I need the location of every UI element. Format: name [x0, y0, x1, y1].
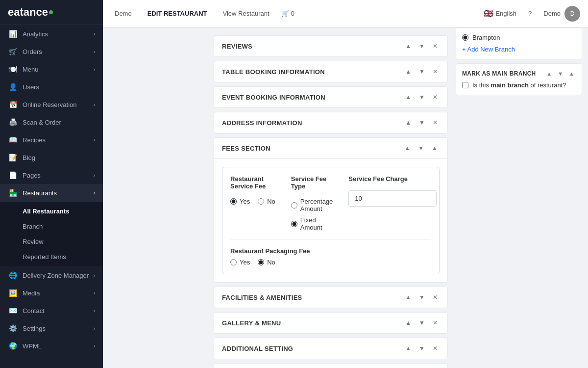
accordion-event-label: EVENT BOOKING INFORMATION: [222, 94, 325, 101]
main-branch-checkbox[interactable]: [462, 82, 468, 88]
acc-close-btn[interactable]: ✕: [431, 67, 440, 76]
nav-view-restaurant[interactable]: View Restaurant: [219, 8, 273, 19]
accordion-fees-header[interactable]: FEES SECTION ▲ ▼ ▲: [214, 138, 447, 158]
sidebar-item-menu[interactable]: 🍽️ Menu ›: [0, 60, 103, 78]
service-fee-yes-label[interactable]: Yes: [230, 198, 250, 205]
acc-close-btn[interactable]: ✕: [431, 293, 440, 302]
main-branch-checkbox-label[interactable]: Is this main branch of resturant?: [462, 81, 576, 89]
acc-up-btn[interactable]: ▲: [403, 42, 413, 51]
nav-demo[interactable]: Demo: [111, 8, 136, 19]
accordion-event-booking-header[interactable]: EVENT BOOKING INFORMATION ▲ ▼ ✕: [214, 87, 447, 107]
chevron-icon: ›: [94, 31, 95, 37]
packaging-no-radio[interactable]: [258, 259, 264, 265]
acc-down-btn[interactable]: ▼: [417, 67, 427, 76]
accordion-reviews-header[interactable]: REVIEWS ▲ ▼ ✕: [214, 36, 447, 56]
acc-close-btn[interactable]: ✕: [431, 344, 440, 353]
sidebar-item-media[interactable]: 🖼️ Media ›: [0, 284, 103, 302]
nav-help[interactable]: ?: [524, 8, 536, 19]
submenu-review[interactable]: Review: [0, 234, 103, 249]
main-branch-up-btn[interactable]: ▲: [545, 70, 553, 78]
accordion-facilities-header[interactable]: FACILITIES & AMENITIES ▲ ▼ ✕: [214, 287, 447, 308]
acc-close-btn[interactable]: ✕: [431, 318, 440, 327]
accordion-controls: ▲ ▼ ✕: [403, 293, 440, 302]
accordion-address-header[interactable]: ADDRESS INFORMATION ▲ ▼ ✕: [214, 112, 447, 133]
percentage-label[interactable]: Percentage Amount: [291, 198, 333, 212]
sidebar-item-wpml[interactable]: 🌍 WPML ›: [0, 337, 103, 355]
sidebar-item-scan-order[interactable]: 🖨️ Scan & Order: [0, 113, 103, 131]
sidebar-item-users[interactable]: 👤 Users: [0, 78, 103, 96]
sidebar-item-restaurants[interactable]: 🏪 Restaurants ‹: [0, 184, 103, 202]
sidebar-item-analytics[interactable]: 📊 Analytics ›: [0, 25, 103, 43]
packaging-yes-text: Yes: [240, 259, 250, 266]
acc-collapse-btn[interactable]: ▲: [430, 144, 440, 153]
chevron-icon: ›: [94, 137, 95, 143]
acc-down-btn[interactable]: ▼: [417, 344, 427, 353]
restaurants-icon: 🏪: [8, 189, 18, 197]
accordion-additional-header[interactable]: ADDITIONAL SETTING ▲ ▼ ✕: [214, 338, 447, 359]
accordion-gallery-header[interactable]: GALLERY & MENU ▲ ▼ ✕: [214, 313, 447, 333]
chevron-icon: ›: [94, 343, 95, 349]
packaging-no-label[interactable]: No: [258, 259, 275, 266]
accordion-time-header[interactable]: TIME SETTING ▲ ▼ ✕: [214, 364, 447, 368]
sidebar-item-contact[interactable]: ✉️ Contact ›: [0, 302, 103, 319]
main-branch-close-btn[interactable]: ▲: [567, 70, 576, 78]
acc-close-btn[interactable]: ✕: [431, 118, 440, 127]
add-branch-link[interactable]: + Add New Branch: [462, 46, 515, 53]
acc-down-btn[interactable]: ▼: [417, 318, 427, 327]
sidebar-item-recipes[interactable]: 📖 Recipes ›: [0, 131, 103, 149]
accordion-table-booking-header[interactable]: TABLE BOOKING INFORMATION ▲ ▼ ✕: [214, 61, 447, 82]
service-charge-input[interactable]: [348, 190, 437, 207]
nav-language[interactable]: 🇬🇧 English: [484, 9, 516, 18]
acc-up-btn[interactable]: ▲: [402, 144, 412, 153]
packaging-yes-label[interactable]: Yes: [230, 259, 250, 266]
chevron-icon: ›: [94, 273, 95, 278]
fixed-label[interactable]: Fixed Amount: [291, 216, 333, 231]
main-branch-down-btn[interactable]: ▼: [556, 70, 564, 78]
packaging-yes-radio[interactable]: [230, 259, 237, 265]
sidebar-item-blog[interactable]: 📝 Blog: [0, 149, 103, 166]
sidebar-item-settings[interactable]: ⚙️ Settings ›: [0, 319, 103, 337]
branch-radio[interactable]: [462, 34, 468, 41]
service-fee-yes-radio[interactable]: [230, 198, 237, 205]
reservation-icon: 📅: [8, 101, 18, 108]
percentage-text: Percentage Amount: [300, 198, 333, 212]
sidebar-label-delivery: Delivery Zone Manager: [23, 272, 89, 279]
sidebar-item-delivery-zone[interactable]: 🌐 Delivery Zone Manager ›: [0, 266, 103, 284]
acc-down-btn[interactable]: ▼: [417, 118, 427, 127]
acc-down-btn[interactable]: ▼: [417, 93, 427, 102]
acc-up-btn[interactable]: ▲: [403, 118, 413, 127]
top-navbar: Demo EDIT RESTAURANT View Restaurant 🛒 0…: [103, 0, 588, 27]
acc-up-btn[interactable]: ▲: [403, 93, 413, 102]
media-icon: 🖼️: [8, 289, 18, 297]
acc-down-btn[interactable]: ▼: [416, 144, 426, 153]
accordion-reviews: REVIEWS ▲ ▼ ✕: [214, 35, 448, 57]
acc-down-btn[interactable]: ▼: [417, 293, 427, 302]
service-fee-no-label[interactable]: No: [258, 198, 275, 205]
recipes-icon: 📖: [8, 136, 18, 144]
settings-icon: ⚙️: [8, 324, 18, 332]
service-fee-type-stack: Percentage Amount Fixed Amount: [291, 198, 333, 231]
sidebar-item-orders[interactable]: 🛒 Orders ›: [0, 43, 103, 60]
acc-up-btn[interactable]: ▲: [403, 318, 413, 327]
fixed-radio[interactable]: [291, 221, 297, 227]
submenu-reported-items[interactable]: Reported Items: [0, 249, 103, 264]
branch-card: Brampton + Add New Branch: [456, 27, 582, 59]
acc-up-btn[interactable]: ▲: [403, 344, 413, 353]
accordion-controls: ▲ ▼ ✕: [403, 118, 440, 127]
nav-cart[interactable]: 🛒 0: [281, 10, 294, 17]
acc-close-btn[interactable]: ✕: [431, 42, 440, 51]
acc-up-btn[interactable]: ▲: [403, 293, 413, 302]
sidebar-item-pages[interactable]: 📄 Pages ›: [0, 166, 103, 184]
percentage-radio[interactable]: [291, 202, 297, 209]
sidebar-item-online-reservation[interactable]: 📅 Online Reservation ›: [0, 96, 103, 113]
acc-close-btn[interactable]: ✕: [431, 93, 440, 102]
nav-user[interactable]: Demo D: [543, 6, 580, 22]
submenu-branch[interactable]: Branch: [0, 219, 103, 234]
acc-up-btn[interactable]: ▲: [403, 67, 413, 76]
service-fee-no-radio[interactable]: [258, 198, 264, 205]
wpml-icon: 🌍: [8, 342, 18, 350]
acc-down-btn[interactable]: ▼: [417, 42, 427, 51]
submenu-all-restaurants[interactable]: All Restaurants: [0, 204, 103, 219]
nav-edit-restaurant[interactable]: EDIT RESTAURANT: [144, 8, 211, 19]
chevron-icon: ›: [94, 173, 95, 178]
